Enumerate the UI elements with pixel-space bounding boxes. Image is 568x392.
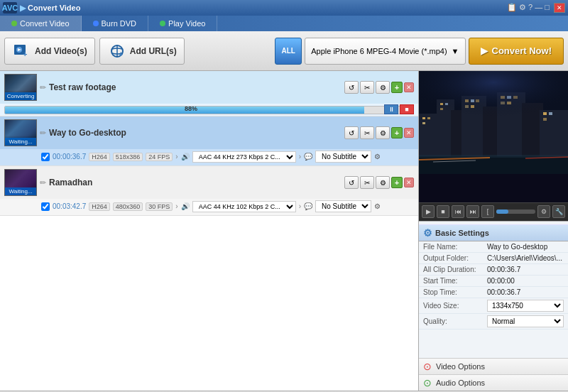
nav-play[interactable]: Play Video bbox=[148, 16, 217, 31]
dropdown-arrow-icon: ▼ bbox=[452, 47, 459, 55]
settings-icon: ⚙ bbox=[423, 227, 432, 239]
settings-value: C:\Users\Ariel\Videos\... bbox=[483, 252, 568, 263]
close-button[interactable]: ✕ bbox=[554, 3, 565, 13]
app-icon: AVC bbox=[3, 2, 17, 13]
remove-item-button[interactable]: ✕ bbox=[404, 178, 414, 187]
settings-row: Start Time: 00:00:00 bbox=[419, 275, 568, 286]
next-frame-button[interactable]: ⏭ bbox=[466, 205, 479, 218]
file-meta: 00:00:36.7 H264 518x386 24 FPS › 🔊 AAC 4… bbox=[0, 149, 418, 165]
file-item: Waiting... ✏ Ramadhan ↺ ✂ ⚙ + ✕ 00:03:42… bbox=[0, 166, 418, 216]
file-item-controls: ↺ ✂ ⚙ + ✕ bbox=[344, 126, 414, 139]
settings-value: 1334x750 1280x720 960x540 bbox=[483, 298, 568, 313]
audio-select[interactable]: AAC 44 KHz 273 Kbps 2 C... bbox=[192, 151, 296, 163]
settings-button[interactable]: ⚙ bbox=[376, 176, 390, 189]
settings-label: Start Time: bbox=[419, 275, 483, 286]
format-selector: ALL Apple iPhone 6 MPEG-4 Movie (*.mp4) … bbox=[275, 38, 564, 65]
file-meta: 00:03:42.7 H264 480x360 30 FPS › 🔊 AAC 4… bbox=[0, 199, 418, 215]
settings-value: Way to Go-desktop bbox=[483, 241, 568, 253]
arrow-icon: › bbox=[175, 202, 178, 210]
duration-label: 00:03:42.7 bbox=[53, 202, 86, 210]
preview-timeline[interactable] bbox=[496, 209, 535, 214]
tools-button[interactable]: 🔧 bbox=[552, 205, 565, 218]
nav-burn[interactable]: Burn DVD bbox=[82, 16, 149, 31]
file-list-spacer bbox=[0, 216, 418, 358]
edit-icon: ✏ bbox=[40, 178, 46, 187]
edit-icon: ✏ bbox=[40, 129, 46, 138]
subtitle-select[interactable]: No Subtitle bbox=[315, 200, 371, 212]
audio-icon: 🔊 bbox=[181, 202, 190, 210]
remove-item-button[interactable]: ✕ bbox=[404, 128, 414, 138]
codec-tag: H264 bbox=[89, 153, 110, 161]
prev-frame-button[interactable]: ⏮ bbox=[452, 205, 464, 218]
settings-button[interactable]: ⚙ bbox=[376, 126, 390, 139]
format-icon: ALL bbox=[275, 38, 302, 65]
file-item-header: Waiting... ✏ Way to Go-desktop ↺ ✂ ⚙ + ✕ bbox=[0, 116, 418, 149]
file-item-header: Converting ✏ Test raw footage ↺ ✂ ⚙ + ✕ bbox=[0, 71, 418, 104]
refresh-button[interactable]: ↺ bbox=[344, 176, 359, 189]
stop-button[interactable]: ■ bbox=[400, 104, 414, 114]
mark-in-button[interactable]: [ bbox=[481, 205, 494, 218]
video-size-select[interactable]: 1334x750 1280x720 960x540 bbox=[487, 300, 564, 312]
add-item-button[interactable]: + bbox=[391, 82, 403, 93]
resolution-tag: 518x386 bbox=[113, 153, 143, 161]
add-url-button[interactable]: + Add URL(s) bbox=[99, 38, 185, 65]
svg-text:+: + bbox=[23, 50, 27, 58]
settings-row: Video Size: 1334x750 1280x720 960x540 bbox=[419, 298, 568, 313]
quality-select[interactable]: Normal High Low bbox=[487, 315, 564, 327]
progress-area: 88% ⏸ ■ bbox=[4, 106, 414, 114]
pause-button[interactable]: ⏸ bbox=[384, 104, 398, 114]
settings-row: File Name: Way to Go-desktop bbox=[419, 241, 568, 253]
remove-item-button[interactable]: ✕ bbox=[404, 82, 414, 92]
arrow-icon: › bbox=[175, 153, 178, 160]
cut-button[interactable]: ✂ bbox=[360, 176, 374, 189]
cut-button[interactable]: ✂ bbox=[360, 126, 374, 139]
video-options-icon: ⊙ bbox=[423, 361, 432, 372]
right-panel: ▶ ■ ⏮ ⏭ [ ⚙ 🔧 ⚙ Basic Settings File Name… bbox=[419, 71, 568, 391]
file-name: Way to Go-desktop bbox=[49, 128, 342, 138]
file-checkbox[interactable] bbox=[41, 153, 50, 161]
arrow2-icon: › bbox=[299, 202, 301, 210]
refresh-button[interactable]: ↺ bbox=[344, 126, 359, 139]
codec-tag: H264 bbox=[89, 202, 110, 211]
title-bar: AVC ▶ Convert Video 📋 ⚙ ? — □ ✕ bbox=[0, 0, 568, 16]
preview-image bbox=[419, 71, 568, 174]
audio-options-button[interactable]: ⊙ Audio Options bbox=[419, 374, 568, 391]
progress-bar-wrapper bbox=[4, 106, 414, 114]
subtitle-select[interactable]: No Subtitle bbox=[315, 151, 371, 163]
cut-button[interactable]: ✂ bbox=[360, 81, 374, 94]
convert-now-button[interactable]: ▶ Convert Now! bbox=[469, 38, 564, 65]
play-preview-button[interactable]: ▶ bbox=[422, 205, 435, 218]
subtitle-settings-icon: ⚙ bbox=[374, 153, 381, 160]
file-item: Waiting... ✏ Way to Go-desktop ↺ ✂ ⚙ + ✕… bbox=[0, 116, 418, 166]
edit-icon: ✏ bbox=[40, 83, 46, 92]
nav-convert[interactable]: Convert Video bbox=[0, 16, 82, 31]
file-thumbnail: Waiting... bbox=[4, 169, 37, 196]
video-options-button[interactable]: ⊙ Video Options bbox=[419, 358, 568, 374]
add-item-button[interactable]: + bbox=[391, 177, 403, 188]
audio-options-icon: ⊙ bbox=[423, 377, 432, 388]
progress-text: 88% bbox=[185, 105, 197, 112]
add-video-icon: + bbox=[12, 41, 32, 61]
settings-header: ⚙ Basic Settings bbox=[419, 224, 568, 241]
refresh-button[interactable]: ↺ bbox=[344, 81, 359, 94]
file-name: Test raw footage bbox=[49, 82, 342, 92]
settings-value: 00:00:36.7 bbox=[483, 263, 568, 275]
add-videos-button[interactable]: + Add Video(s) bbox=[4, 38, 95, 65]
window-controls: 📋 ⚙ ? — □ ✕ bbox=[507, 3, 565, 13]
main-content: Converting ✏ Test raw footage ↺ ✂ ⚙ + ✕ … bbox=[0, 71, 568, 391]
fps-tag: 30 FPS bbox=[146, 202, 173, 211]
settings-preview-button[interactable]: ⚙ bbox=[537, 205, 550, 218]
stop-preview-button[interactable]: ■ bbox=[437, 205, 449, 218]
file-item-controls: ↺ ✂ ⚙ + ✕ bbox=[344, 81, 414, 94]
audio-label: AAC 44 KHz 273 Kbps 2 C... bbox=[192, 151, 296, 163]
file-thumbnail: Converting bbox=[4, 74, 37, 101]
settings-label: Quality: bbox=[419, 313, 483, 329]
add-item-button[interactable]: + bbox=[391, 127, 403, 138]
file-status-label: Waiting... bbox=[5, 138, 36, 146]
burn-dot bbox=[93, 21, 99, 26]
file-checkbox[interactable] bbox=[41, 202, 50, 211]
format-dropdown[interactable]: Apple iPhone 6 MPEG-4 Movie (*.mp4) ▼ bbox=[305, 38, 465, 65]
toolbar: + Add Video(s) + Add URL(s) ALL Apple iP… bbox=[0, 31, 568, 71]
settings-button[interactable]: ⚙ bbox=[376, 81, 390, 94]
audio-select[interactable]: AAC 44 KHz 102 Kbps 2 C... bbox=[192, 201, 296, 212]
